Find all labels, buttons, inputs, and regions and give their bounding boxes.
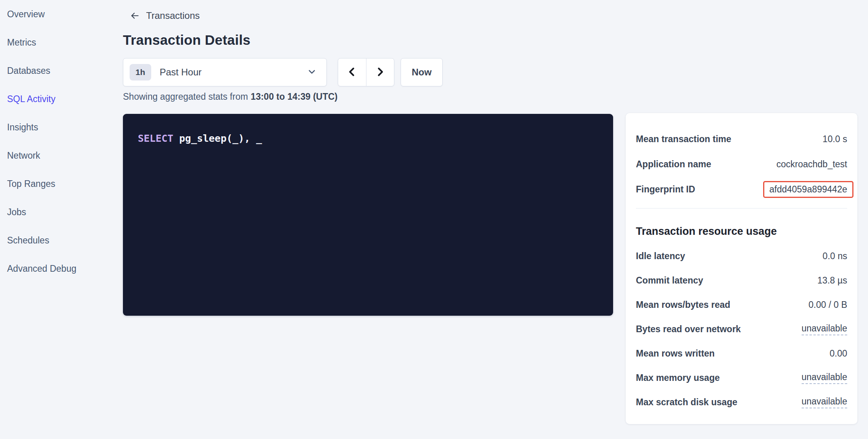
- sql-statement-line: SELECTpg_sleep(_), _: [138, 133, 598, 144]
- max-memory-usage-row: Max memory usage unavailable: [636, 366, 847, 390]
- sidebar-item-metrics[interactable]: Metrics: [0, 28, 118, 57]
- sql-statement-box: SELECTpg_sleep(_), _: [123, 114, 613, 316]
- mean-rows-bytes-read-row: Mean rows/bytes read 0.00 / 0 B: [636, 293, 847, 317]
- sidebar-item-databases[interactable]: Databases: [0, 57, 118, 85]
- application-name-value: cockroachdb_test: [776, 159, 847, 170]
- sql-statement-text: pg_sleep(_), _: [179, 133, 262, 144]
- mean-transaction-time-row: Mean transaction time 10.0 s: [636, 126, 847, 152]
- sql-keyword: SELECT: [138, 133, 173, 144]
- sidebar-item-overview[interactable]: Overview: [0, 0, 118, 28]
- sidebar-item-sql-activity[interactable]: SQL Activity: [0, 85, 118, 113]
- bytes-read-over-network-row: Bytes read over network unavailable: [636, 317, 847, 341]
- back-link-label: Transactions: [146, 10, 200, 21]
- chevron-right-icon: [374, 66, 386, 79]
- time-range-dropdown[interactable]: 1h Past Hour: [123, 58, 327, 86]
- application-name-row: Application name cockroachdb_test: [636, 152, 847, 177]
- sidebar: Overview Metrics Databases SQL Activity …: [0, 0, 118, 283]
- mean-rows-written-value: 0.00: [830, 348, 847, 359]
- sidebar-item-top-ranges[interactable]: Top Ranges: [0, 170, 118, 198]
- mean-rows-written-label: Mean rows written: [636, 348, 715, 359]
- sidebar-item-advanced-debug[interactable]: Advanced Debug: [0, 254, 118, 283]
- bytes-read-over-network-value[interactable]: unavailable: [802, 323, 847, 335]
- chevron-left-icon: [346, 66, 358, 79]
- transaction-summary-card: Mean transaction time 10.0 s Application…: [626, 113, 857, 424]
- mean-transaction-time-label: Mean transaction time: [636, 134, 731, 145]
- max-memory-usage-value[interactable]: unavailable: [802, 372, 847, 384]
- max-scratch-disk-usage-value[interactable]: unavailable: [802, 396, 847, 408]
- commit-latency-label: Commit latency: [636, 275, 703, 286]
- mean-rows-written-row: Mean rows written 0.00: [636, 341, 847, 366]
- chevron-down-icon: [307, 67, 317, 78]
- sidebar-item-jobs[interactable]: Jobs: [0, 198, 118, 226]
- mean-rows-bytes-read-value: 0.00 / 0 B: [809, 300, 847, 310]
- back-arrow-icon: [130, 11, 140, 21]
- application-name-label: Application name: [636, 159, 711, 170]
- next-time-window-button[interactable]: [366, 59, 394, 86]
- mean-transaction-time-value: 10.0 s: [822, 134, 847, 145]
- time-controls: 1h Past Hour: [123, 58, 443, 86]
- time-window-pager: [338, 58, 394, 86]
- time-range-selected-label: Past Hour: [160, 67, 307, 78]
- idle-latency-value: 0.0 ns: [822, 251, 847, 262]
- resource-usage-heading: Transaction resource usage: [636, 224, 847, 238]
- sidebar-item-insights[interactable]: Insights: [0, 113, 118, 141]
- aggregated-stats-caption: Showing aggregated stats from 13:00 to 1…: [123, 91, 337, 102]
- mean-rows-bytes-read-label: Mean rows/bytes read: [636, 300, 730, 310]
- back-to-transactions-link[interactable]: Transactions: [130, 10, 200, 21]
- idle-latency-label: Idle latency: [636, 251, 685, 262]
- page-title: Transaction Details: [123, 32, 251, 48]
- idle-latency-row: Idle latency 0.0 ns: [636, 244, 847, 268]
- sidebar-item-network[interactable]: Network: [0, 141, 118, 170]
- max-scratch-disk-usage-label: Max scratch disk usage: [636, 397, 737, 408]
- fingerprint-id-row: Fingerprint ID afdd4059a899442e: [636, 177, 847, 202]
- commit-latency-row: Commit latency 13.8 µs: [636, 268, 847, 293]
- now-button[interactable]: Now: [401, 58, 443, 86]
- fingerprint-id-label: Fingerprint ID: [636, 184, 695, 195]
- fingerprint-id-highlight: afdd4059a899442e: [763, 181, 853, 198]
- max-memory-usage-label: Max memory usage: [636, 373, 720, 383]
- commit-latency-value: 13.8 µs: [817, 275, 847, 286]
- time-range-badge: 1h: [130, 64, 151, 80]
- bytes-read-over-network-label: Bytes read over network: [636, 324, 741, 335]
- caption-time-range: 13:00 to 14:39 (UTC): [251, 91, 337, 102]
- card-divider: [636, 208, 847, 209]
- previous-time-window-button[interactable]: [338, 59, 366, 86]
- caption-prefix: Showing aggregated stats from: [123, 91, 248, 102]
- sidebar-item-schedules[interactable]: Schedules: [0, 226, 118, 254]
- max-scratch-disk-usage-row: Max scratch disk usage unavailable: [636, 390, 847, 414]
